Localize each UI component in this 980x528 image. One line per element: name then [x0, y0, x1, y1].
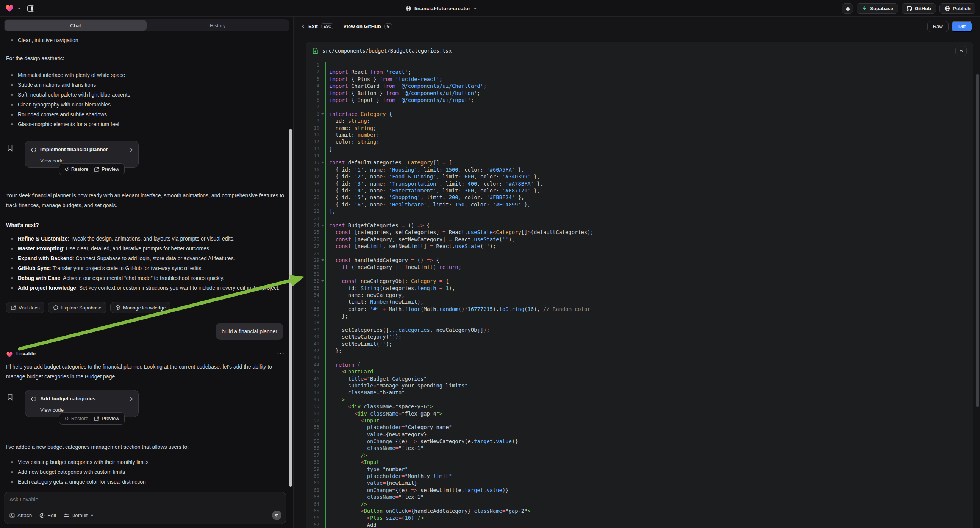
- line-number: 12: [307, 138, 319, 145]
- message-menu-icon[interactable]: ···: [277, 349, 285, 359]
- code-line: 54 value={newCategory}: [307, 431, 973, 438]
- fold-spacer: [319, 375, 325, 382]
- code-line-text: const [categories, setCategories] = Reac…: [325, 229, 973, 235]
- line-number: 45: [307, 368, 319, 375]
- code-editor-content[interactable]: 12import React from 'react';3import { Pl…: [307, 60, 973, 528]
- code-line: 30 if (!newCategory || !newLimit) return…: [307, 264, 973, 270]
- code-line: 18 { id: '3', name: 'Transportation', li…: [307, 180, 973, 187]
- bookmark-icon[interactable]: [7, 144, 13, 151]
- assistant-added-text: I've added a new budget categories manag…: [6, 442, 285, 452]
- fold-spacer: [319, 215, 325, 222]
- lovable-logo-icon[interactable]: [5, 5, 14, 12]
- view-on-github-button[interactable]: View on GitHub G: [343, 24, 392, 29]
- bookmark-icon[interactable]: [7, 394, 13, 401]
- list-item: View existing budget categories with the…: [6, 457, 285, 467]
- code-line: 51 <div className="flex gap-4">: [307, 410, 973, 417]
- supabase-button[interactable]: Supabase: [856, 3, 898, 14]
- fold-spacer: [319, 347, 325, 354]
- list-item: Each category gets a unique color for vi…: [6, 477, 285, 487]
- raw-toggle-button[interactable]: Raw: [928, 21, 948, 32]
- publish-button[interactable]: Publish: [939, 3, 975, 14]
- code-line-text: const [newCategory, setNewCategory] = Re…: [325, 236, 973, 243]
- external-link-icon: [11, 305, 16, 310]
- sidebar-toggle-icon[interactable]: [25, 3, 37, 14]
- top-bar: financial-future-creator Supabase GitHub: [0, 0, 980, 17]
- line-number: 28: [307, 250, 319, 257]
- preview-button[interactable]: Preview: [94, 413, 119, 423]
- code-line: 46 title="Budget Categories": [307, 375, 973, 382]
- code-line-text: interface Category {: [325, 111, 973, 118]
- fold-chevron-icon[interactable]: [319, 111, 325, 118]
- whats-next-heading: What's next?: [6, 220, 285, 230]
- code-line: 22];: [307, 208, 973, 215]
- code-line: 62 onChange={(e) => setNewLimit(e.target…: [307, 487, 973, 493]
- code-line: 10 name: string;: [307, 125, 973, 132]
- fold-spacer: [319, 187, 325, 194]
- code-line: 25 const [categories, setCategories] = R…: [307, 229, 973, 235]
- restore-preview-pill: ↺ Restore Preview: [59, 412, 125, 425]
- code-line-text: [325, 319, 973, 326]
- fold-spacer: [319, 83, 325, 89]
- line-number: 25: [307, 229, 319, 235]
- code-line-text: const [newLimit, setNewLimit] = React.us…: [325, 243, 973, 250]
- restore-button[interactable]: ↺ Restore: [64, 413, 88, 423]
- code-line-text: onChange={(e) => setNewLimit(e.target.va…: [325, 487, 973, 493]
- line-number: 44: [307, 361, 319, 368]
- code-line: 7: [307, 103, 973, 110]
- line-number: 67: [307, 522, 319, 528]
- workspace-chevron-down-icon[interactable]: [18, 6, 21, 10]
- chat-scrollbar[interactable]: [290, 129, 292, 487]
- restore-button[interactable]: ↺ Restore: [64, 164, 88, 174]
- fold-spacer: [319, 501, 325, 507]
- code-line: 47 subtitle="Manage your spending limits…: [307, 382, 973, 389]
- line-number: 21: [307, 201, 319, 208]
- code-line: 48 className="h-auto": [307, 389, 973, 396]
- explore-supabase-button[interactable]: Explore Supabase: [48, 302, 106, 313]
- chat-scroll-area[interactable]: Clean, intuitive navigation For the desi…: [0, 35, 287, 489]
- code-line-text: value={newLimit}: [325, 480, 973, 486]
- fold-spacer: [319, 103, 325, 110]
- line-number: 42: [307, 347, 319, 354]
- fold-chevron-icon[interactable]: [319, 222, 325, 229]
- edit-icon: [40, 513, 45, 518]
- fold-chevron-icon[interactable]: [319, 278, 325, 285]
- code-line: 14: [307, 152, 973, 159]
- code-line-text: import { Plus } from 'lucide-react';: [325, 76, 973, 83]
- manage-knowledge-button[interactable]: Manage knowledge: [110, 302, 171, 313]
- attach-button[interactable]: Attach: [10, 512, 32, 518]
- fold-spacer: [319, 382, 325, 389]
- design-heading: For the design aesthetic:: [6, 53, 285, 63]
- preview-button[interactable]: Preview: [94, 164, 119, 174]
- model-select[interactable]: Default: [64, 512, 94, 518]
- tab-chat[interactable]: Chat: [5, 20, 146, 31]
- fold-spacer: [319, 152, 325, 159]
- github-button[interactable]: GitHub: [902, 3, 936, 14]
- code-line-text: setNewLimit('');: [325, 340, 973, 347]
- line-number: 35: [307, 299, 319, 305]
- line-number: 7: [307, 103, 319, 110]
- project-switcher[interactable]: financial-future-creator: [406, 0, 477, 17]
- send-button[interactable]: [272, 511, 282, 520]
- exit-button[interactable]: Exit ESC: [302, 24, 333, 29]
- fold-spacer: [319, 522, 325, 528]
- fold-spacer: [319, 466, 325, 473]
- settings-button[interactable]: [842, 3, 853, 14]
- fold-chevron-icon[interactable]: [319, 257, 325, 264]
- fold-spacer: [319, 410, 325, 417]
- file-path-row[interactable]: src/components/budget/BudgetCategories.t…: [307, 43, 973, 59]
- fold-spacer: [319, 340, 325, 347]
- diff-toggle-button[interactable]: Diff: [951, 21, 972, 32]
- fold-chevron-icon[interactable]: [319, 159, 325, 166]
- fold-spacer: [319, 493, 325, 500]
- code-line: 40 setNewCategory('');: [307, 333, 973, 340]
- chat-input-box[interactable]: Ask Lovable... Attach Edit: [4, 491, 286, 524]
- edit-button[interactable]: Edit: [40, 512, 56, 518]
- fold-spacer: [319, 145, 325, 152]
- collapse-file-button[interactable]: [955, 46, 967, 56]
- fold-spacer: [319, 76, 325, 83]
- code-scrollbar[interactable]: [976, 74, 979, 407]
- tab-history[interactable]: History: [146, 20, 289, 31]
- line-number: 14: [307, 152, 319, 159]
- visit-docs-button[interactable]: Visit docs: [6, 302, 45, 313]
- publish-globe-icon: [944, 6, 950, 11]
